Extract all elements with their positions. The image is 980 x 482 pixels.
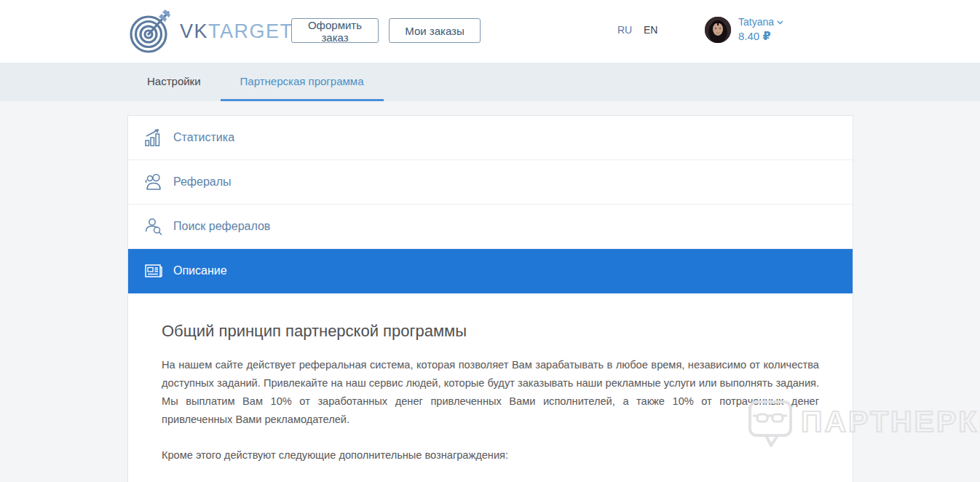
lang-switch-ru[interactable]: RU bbox=[617, 24, 632, 36]
search-referrals-icon bbox=[143, 216, 165, 237]
tab-settings[interactable]: Настройки bbox=[127, 63, 221, 101]
balance[interactable]: 8.40 ₽ bbox=[738, 29, 783, 44]
description-content: Общий принцип партнерской программы На н… bbox=[128, 293, 853, 465]
logo-text: VKTARGET bbox=[180, 20, 293, 43]
target-dart-icon bbox=[127, 7, 174, 55]
header: VKTARGET Оформить заказ Мои заказы RU EN… bbox=[0, 0, 980, 63]
description-icon bbox=[143, 260, 165, 282]
page: VKTARGET Оформить заказ Мои заказы RU EN… bbox=[0, 0, 980, 482]
menu-item-referral-search[interactable]: Поиск рефералов bbox=[128, 205, 853, 249]
content-paragraph: На нашем сайте действует реферальная сис… bbox=[162, 356, 819, 429]
partner-program-panel: Статистика Рефералы bbox=[127, 115, 853, 482]
tab-bar: Настройки Партнерская программа bbox=[0, 63, 980, 101]
tab-partner-program[interactable]: Партнерская программа bbox=[221, 63, 384, 101]
menu-item-label: Описание bbox=[173, 264, 227, 277]
referrals-icon bbox=[143, 171, 165, 193]
vktarget-logo[interactable]: VKTARGET bbox=[127, 7, 293, 55]
menu-item-statistics[interactable]: Статистика bbox=[128, 116, 853, 160]
menu-item-label: Поиск рефералов bbox=[173, 220, 270, 233]
ruble-icon: ₽ bbox=[762, 30, 770, 42]
my-orders-button[interactable]: Мои заказы bbox=[389, 18, 481, 43]
content-paragraph: Кроме этого действуют следующие дополнит… bbox=[162, 446, 819, 465]
menu-item-label: Рефералы bbox=[173, 175, 232, 189]
user-menu[interactable]: Tatyana bbox=[738, 15, 783, 29]
stats-icon bbox=[143, 127, 165, 149]
menu-item-description[interactable]: Описание bbox=[128, 249, 853, 293]
menu-item-label: Статистика bbox=[173, 131, 234, 144]
content-heading: Общий принцип партнерской программы bbox=[162, 322, 819, 341]
user-info: Tatyana 8.40 ₽ bbox=[738, 15, 783, 44]
menu-item-referrals[interactable]: Рефералы bbox=[128, 160, 853, 205]
create-order-button[interactable]: Оформить заказ bbox=[291, 18, 379, 43]
lang-switch-en[interactable]: EN bbox=[644, 24, 657, 36]
chevron-down-icon bbox=[777, 15, 783, 21]
avatar[interactable] bbox=[705, 17, 731, 43]
